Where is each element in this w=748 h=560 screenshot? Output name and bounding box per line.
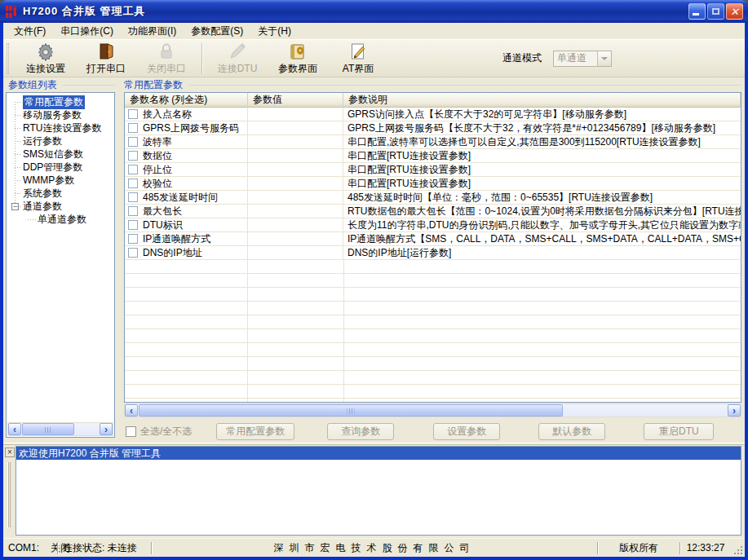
row-checkbox[interactable] — [128, 123, 138, 133]
scroll-right-icon[interactable]: › — [728, 404, 741, 417]
footer-button[interactable]: 常用配置参数 — [216, 423, 294, 440]
resize-grip[interactable] — [731, 543, 744, 556]
param-name: 数据位 — [143, 149, 172, 162]
scroll-right-icon[interactable]: › — [100, 423, 113, 435]
menu-item[interactable]: 串口操作(C) — [53, 23, 121, 40]
table-row[interactable]: DTU标识 长度为11的字符串,DTU的身份识别码,只能以数字、加号或字母开头,… — [125, 218, 741, 232]
channel-mode-select[interactable]: 单通道 — [553, 51, 612, 67]
chevron-down-icon[interactable] — [597, 51, 611, 66]
tree-horizontal-scrollbar[interactable]: ‹ › — [7, 422, 113, 436]
row-checkbox[interactable] — [128, 220, 138, 230]
row-checkbox[interactable] — [128, 165, 138, 174]
maximize-icon — [712, 8, 719, 15]
param-name-cell: DTU标识 — [125, 218, 248, 232]
param-value-cell[interactable] — [248, 121, 343, 135]
channel-mode-value: 单通道 — [554, 51, 597, 65]
scroll-thumb[interactable] — [22, 423, 74, 435]
param-name: 波特率 — [143, 135, 172, 148]
param-value-cell[interactable] — [248, 108, 343, 121]
tree-item[interactable]: − RTU连接设置参数 — [7, 121, 114, 134]
row-checkbox[interactable] — [128, 234, 138, 244]
tree-connector — [15, 141, 22, 142]
tree-item[interactable]: − DDP管理参数 — [7, 161, 114, 174]
row-checkbox[interactable] — [128, 206, 138, 216]
titlebar[interactable]: H7200 合并版 管理工具 ✕ — [0, 0, 748, 23]
close-button[interactable]: ✕ — [726, 3, 743, 20]
table-row[interactable]: 接入点名称 GPRS访问接入点【长度不大于32的可见字符串】[移动服务参数] — [125, 108, 741, 121]
log-close-button[interactable]: × — [5, 448, 15, 457]
log-splitter[interactable] — [3, 443, 745, 445]
menu-item[interactable]: 功能界面(I) — [121, 23, 184, 40]
menu-item[interactable]: 关于(H) — [250, 23, 299, 40]
param-value-cell[interactable] — [248, 191, 343, 205]
table-row[interactable]: 最大包长 RTU数据包的最大包长【范围：0~1024,设置为0时将采用数据包分隔… — [125, 205, 741, 218]
param-value-cell[interactable] — [248, 163, 343, 177]
row-checkbox[interactable] — [128, 179, 138, 188]
menu-item[interactable]: 参数配置(S) — [184, 23, 250, 40]
param-value-cell[interactable] — [248, 177, 343, 191]
toolbar-button-param-view[interactable]: 参数界面 — [268, 41, 328, 76]
scroll-left-icon[interactable]: ‹ — [8, 423, 21, 435]
table-row[interactable]: IP通道唤醒方式 IP通道唤醒方式【SMS，CALL，DATA，SMS+CALL… — [125, 232, 741, 246]
table-row[interactable]: 波特率 串口配置,波特率可以选择也可以自定义,其范围是300到115200[RT… — [125, 135, 741, 149]
app-logo-icon — [5, 5, 19, 19]
lock-icon — [157, 42, 176, 61]
log-list[interactable]: 欢迎使用H7200 合并版 管理工具 — [15, 446, 741, 536]
param-value-cell[interactable] — [248, 149, 343, 163]
toolbar-button-at-view[interactable]: AT界面 — [328, 41, 388, 76]
footer-button[interactable]: 重启DTU — [644, 423, 714, 440]
tree-item[interactable]: − 单通道参数 — [7, 213, 114, 226]
row-checkbox[interactable] — [128, 192, 138, 202]
log-grip[interactable] — [7, 462, 11, 527]
row-checkbox[interactable] — [128, 248, 138, 258]
column-header-name[interactable]: 参数名称 (列全选) — [125, 93, 248, 108]
tree-item[interactable]: − 常用配置参数 — [7, 95, 114, 108]
tree-item[interactable]: − WMMP参数 — [7, 174, 114, 187]
tree-item[interactable]: − 移动服务参数 — [7, 108, 114, 121]
row-checkbox[interactable] — [128, 151, 138, 161]
table-row[interactable]: GPRS上网拨号服务码 GPRS上网拨号服务码【长度不大于32，有效字符是*#+… — [125, 121, 741, 135]
param-name: 最大包长 — [143, 205, 182, 218]
table-row[interactable]: DNS的IP地址 DNS的IP地址[运行参数] — [125, 246, 741, 260]
row-checkbox[interactable] — [128, 137, 138, 147]
table-row[interactable]: 485发送延时时间 485发送延时时间【单位：毫秒，范围：0~65535】[RT… — [125, 191, 741, 205]
tree-item[interactable]: − 系统参数 — [7, 187, 114, 200]
log-line[interactable]: 欢迎使用H7200 合并版 管理工具 — [16, 447, 741, 460]
sidebar-title: 参数组列表 — [8, 79, 115, 90]
tree-connector — [15, 102, 22, 103]
param-value-cell[interactable] — [248, 218, 343, 232]
table-row[interactable]: 停止位 串口配置[RTU连接设置参数] — [125, 163, 741, 177]
scroll-left-icon[interactable]: ‹ — [125, 404, 138, 417]
table-row[interactable]: 校验位 串口配置[RTU连接设置参数] — [125, 177, 741, 191]
footer-button[interactable]: 默认参数 — [538, 423, 605, 440]
maximize-button[interactable] — [707, 3, 724, 20]
toolbar-button-label: 连接DTU — [218, 62, 258, 76]
minimize-button[interactable] — [688, 3, 706, 20]
tree-item[interactable]: − 运行参数 — [7, 134, 114, 148]
open-door-icon — [96, 42, 116, 61]
toolbar-grip[interactable] — [7, 43, 9, 74]
tree-item[interactable]: − 通道参数 — [7, 200, 114, 213]
select-all-checkbox[interactable] — [126, 426, 136, 437]
toolbar-button-label: 打开串口 — [86, 62, 126, 76]
toolbar-button-label: AT界面 — [343, 62, 374, 76]
scroll-thumb[interactable] — [139, 404, 563, 417]
footer-button[interactable]: 查询参数 — [327, 423, 394, 440]
param-value-cell[interactable] — [248, 205, 343, 218]
param-value-cell[interactable] — [248, 135, 343, 149]
table-row[interactable]: 数据位 串口配置[RTU连接设置参数] — [125, 149, 741, 163]
param-value-cell[interactable] — [248, 246, 343, 260]
param-name: 接入点名称 — [143, 108, 192, 121]
menu-item[interactable]: 文件(F) — [7, 23, 53, 40]
row-checkbox[interactable] — [128, 109, 138, 119]
param-value-cell[interactable] — [248, 232, 343, 246]
toolbar-button-connect-settings[interactable]: 连接设置 — [15, 41, 76, 76]
tree-item[interactable]: − SMS短信参数 — [7, 148, 114, 161]
toolbar-button-open-serial[interactable]: 打开串口 — [76, 41, 136, 76]
footer-button[interactable]: 设置参数 — [433, 423, 500, 440]
column-header-desc[interactable]: 参数说明 — [343, 93, 741, 108]
tree-item-label: 通道参数 — [23, 200, 62, 214]
table-horizontal-scrollbar[interactable]: ‹ › — [124, 403, 741, 417]
column-header-value[interactable]: 参数值 — [248, 93, 343, 108]
log-dock-bar: × — [5, 448, 15, 536]
